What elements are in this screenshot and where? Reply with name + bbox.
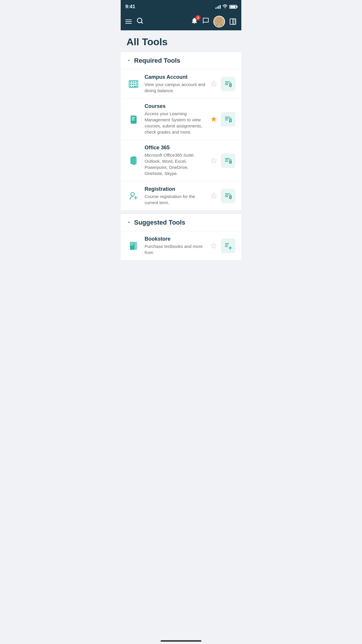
sidebar-toggle-icon[interactable] bbox=[229, 18, 237, 25]
campus-account-description: View your campus account and dining bala… bbox=[145, 81, 206, 94]
courses-icon-wrapper bbox=[126, 112, 140, 126]
office365-list-lock-icon bbox=[224, 157, 232, 165]
header-nav-left bbox=[125, 17, 187, 26]
registration-favorite-btn[interactable]: ☆ bbox=[210, 192, 217, 200]
svg-rect-52 bbox=[225, 196, 228, 197]
campus-account-favorite-btn[interactable]: ☆ bbox=[210, 80, 217, 88]
bookstore-add-btn[interactable] bbox=[221, 239, 236, 253]
svg-rect-32 bbox=[132, 117, 135, 118]
svg-line-2 bbox=[141, 22, 143, 23]
svg-rect-17 bbox=[130, 83, 131, 85]
office365-description: Microsoft Office365 Suite: Outlook, Word… bbox=[145, 152, 206, 176]
svg-rect-41 bbox=[225, 158, 230, 159]
svg-rect-14 bbox=[132, 81, 133, 83]
svg-rect-63 bbox=[225, 246, 228, 247]
office365-name: Office 365 bbox=[145, 145, 206, 151]
svg-rect-35 bbox=[225, 117, 230, 118]
svg-rect-58 bbox=[131, 243, 134, 243]
svg-point-7 bbox=[217, 23, 222, 27]
page-title: All Tools bbox=[126, 36, 236, 48]
svg-rect-25 bbox=[225, 83, 229, 84]
svg-rect-51 bbox=[225, 195, 229, 196]
registration-content: Registration Course registration for the… bbox=[145, 186, 206, 206]
bookstore-actions: ☆ bbox=[210, 239, 236, 253]
tool-item-campus-account: Campus Account View your campus account … bbox=[121, 69, 241, 99]
suggested-chevron-down-icon bbox=[126, 220, 131, 225]
campus-account-icon bbox=[128, 79, 139, 89]
hamburger-menu-icon[interactable] bbox=[125, 20, 132, 24]
registration-info-btn[interactable] bbox=[221, 189, 236, 203]
svg-rect-42 bbox=[225, 160, 229, 160]
office365-icon bbox=[128, 155, 139, 166]
office365-favorite-btn[interactable]: ☆ bbox=[210, 157, 217, 165]
svg-rect-11 bbox=[233, 19, 236, 24]
battery-icon bbox=[229, 5, 237, 9]
registration-icon bbox=[128, 191, 139, 201]
status-time: 9:41 bbox=[125, 4, 135, 10]
svg-rect-16 bbox=[136, 81, 137, 83]
office365-info-btn[interactable] bbox=[221, 153, 236, 168]
wifi-icon bbox=[222, 4, 228, 9]
required-tools-title: Required Tools bbox=[134, 57, 180, 64]
campus-account-name: Campus Account bbox=[145, 74, 206, 80]
svg-rect-43 bbox=[225, 161, 228, 162]
svg-rect-55 bbox=[230, 197, 231, 198]
office365-content: Office 365 Microsoft Office365 Suite: Ou… bbox=[145, 145, 206, 176]
svg-rect-34 bbox=[132, 120, 135, 120]
svg-rect-60 bbox=[131, 245, 133, 246]
svg-rect-15 bbox=[134, 81, 136, 83]
svg-rect-40 bbox=[230, 121, 231, 122]
registration-description: Course registration for the current term… bbox=[145, 193, 206, 206]
campus-account-content: Campus Account View your campus account … bbox=[145, 74, 206, 94]
svg-rect-20 bbox=[136, 83, 137, 85]
bookstore-content: Bookstore Purchase textbooks and more fr… bbox=[145, 236, 206, 256]
tool-item-courses: Courses Access your Learning Management … bbox=[121, 99, 241, 140]
signal-icon bbox=[215, 5, 221, 9]
courses-favorite-btn[interactable]: ★ bbox=[210, 115, 217, 123]
svg-point-0 bbox=[225, 8, 225, 8]
registration-name: Registration bbox=[145, 186, 206, 192]
status-bar: 9:41 bbox=[121, 0, 241, 13]
svg-rect-23 bbox=[134, 86, 137, 87]
tool-item-office365: Office 365 Microsoft Office365 Suite: Ou… bbox=[121, 140, 241, 181]
required-tools-section: Required Tools Campus Account View your … bbox=[121, 52, 241, 211]
bookstore-icon bbox=[128, 241, 139, 251]
notification-badge: 3 bbox=[195, 15, 201, 20]
campus-account-actions: ☆ bbox=[210, 77, 236, 91]
courses-content: Courses Access your Learning Management … bbox=[145, 103, 206, 135]
campus-account-icon-wrapper bbox=[126, 77, 140, 91]
svg-rect-37 bbox=[225, 120, 228, 120]
svg-rect-59 bbox=[131, 244, 134, 244]
svg-rect-13 bbox=[130, 81, 131, 83]
svg-point-47 bbox=[131, 192, 134, 196]
svg-rect-61 bbox=[225, 243, 229, 244]
notification-bell-wrapper[interactable]: 3 bbox=[191, 17, 198, 26]
page-title-area: All Tools bbox=[121, 30, 241, 52]
courses-info-btn[interactable] bbox=[221, 112, 236, 127]
svg-rect-26 bbox=[225, 84, 228, 85]
svg-rect-24 bbox=[225, 81, 230, 82]
avatar[interactable] bbox=[213, 16, 225, 27]
tool-item-registration: Registration Course registration for the… bbox=[121, 181, 241, 211]
svg-rect-57 bbox=[134, 242, 137, 250]
svg-rect-21 bbox=[130, 86, 131, 87]
svg-rect-18 bbox=[132, 83, 133, 85]
courses-actions: ★ bbox=[210, 112, 236, 127]
svg-point-8 bbox=[218, 18, 221, 22]
chat-icon[interactable] bbox=[202, 17, 209, 26]
courses-name: Courses bbox=[145, 103, 206, 109]
header-nav: 3 bbox=[121, 13, 241, 30]
bookstore-icon-wrapper bbox=[126, 239, 140, 253]
office365-icon-wrapper bbox=[126, 154, 140, 168]
svg-rect-50 bbox=[225, 193, 230, 194]
required-tools-header: Required Tools bbox=[121, 52, 241, 69]
search-icon[interactable] bbox=[136, 17, 143, 26]
svg-rect-33 bbox=[132, 118, 134, 119]
suggested-tools-header: Suggested Tools bbox=[121, 214, 241, 231]
status-icons bbox=[215, 4, 237, 9]
bookstore-favorite-btn[interactable]: ☆ bbox=[210, 242, 217, 250]
svg-rect-19 bbox=[134, 83, 136, 85]
registration-icon-wrapper bbox=[126, 189, 140, 203]
campus-account-info-btn[interactable] bbox=[221, 77, 236, 91]
courses-icon bbox=[128, 114, 139, 125]
